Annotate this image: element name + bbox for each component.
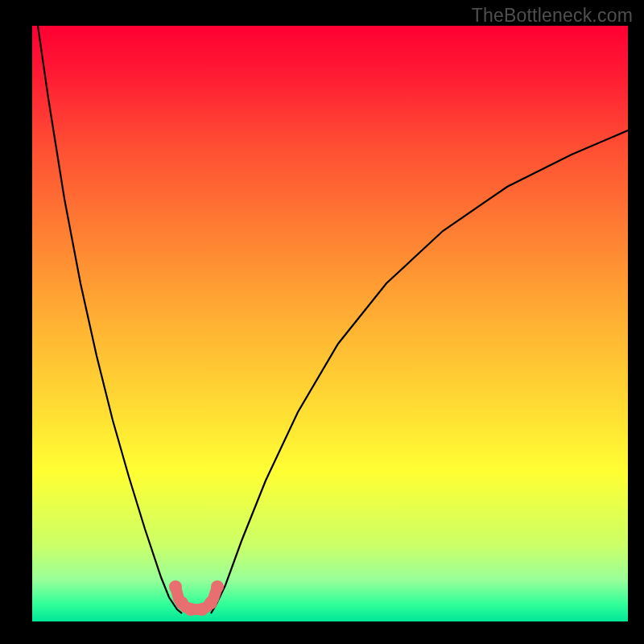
chart-frame: TheBottleneck.com (0, 0, 644, 644)
valley-dot (184, 603, 197, 616)
curve-left (38, 26, 182, 613)
chart-svg (32, 26, 628, 621)
curve-right (211, 130, 628, 613)
valley-dot (169, 580, 182, 593)
chart-plot-area (32, 26, 628, 621)
watermark-text: TheBottleneck.com (472, 5, 633, 27)
valley-dot (204, 597, 217, 609)
valley-dot (211, 580, 224, 593)
